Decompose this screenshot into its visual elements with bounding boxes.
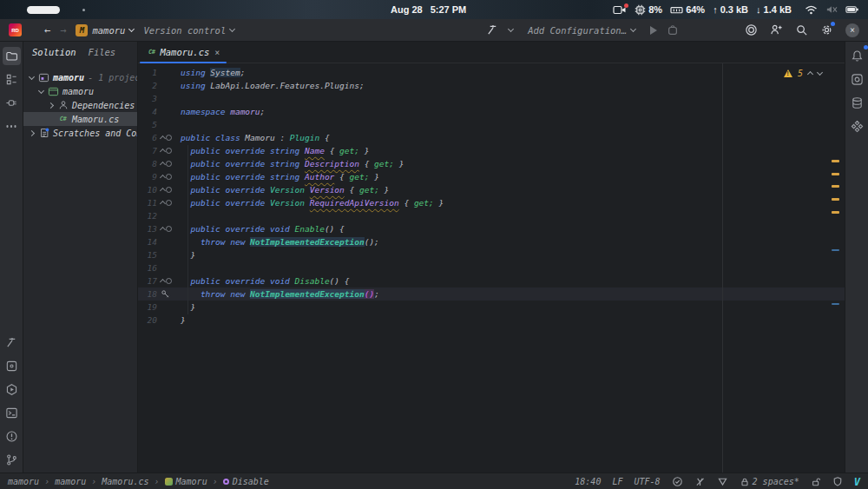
override-marker[interactable] (157, 157, 181, 170)
tab-files[interactable]: Files (89, 47, 116, 57)
plugin-v-icon[interactable]: V (854, 476, 860, 488)
gutter[interactable] (157, 261, 181, 274)
battery-icon[interactable] (845, 4, 859, 15)
memory-indicator[interactable]: 64% (670, 4, 705, 16)
highlighting-level-icon[interactable] (694, 476, 706, 487)
build-chevron-icon[interactable] (508, 26, 514, 32)
build-hammer-button[interactable] (486, 23, 499, 36)
main-menu-button[interactable] (31, 25, 35, 36)
shield-icon[interactable] (832, 476, 843, 487)
override-marker[interactable] (157, 274, 181, 287)
tree-collapsed-arrow-icon[interactable] (28, 131, 35, 135)
gutter[interactable] (157, 248, 181, 261)
override-marker[interactable] (157, 131, 181, 144)
inspections-widget[interactable]: 5 (784, 69, 822, 78)
network-upload[interactable]: ↑ 0.3 kB (713, 4, 748, 15)
gutter[interactable] (157, 301, 181, 314)
tree-expanded-arrow-icon[interactable] (28, 76, 35, 79)
settings-gear-button[interactable] (820, 23, 833, 36)
warning-stripe-mark[interactable] (832, 198, 839, 201)
back-button[interactable]: ← (44, 24, 50, 36)
solution-explorer-button[interactable] (3, 47, 21, 65)
run-configuration-selector[interactable]: Add Configuration… (528, 25, 635, 36)
code-line[interactable]: 20} (138, 314, 845, 327)
tree-expanded-arrow-icon[interactable] (37, 90, 44, 93)
code-line[interactable]: 18 throw new NotImplementedException(); (138, 287, 845, 301)
encoding-widget[interactable]: UTF-8 (634, 477, 660, 486)
override-marker[interactable] (157, 196, 181, 209)
code-line[interactable]: 8 public override string Description { g… (138, 157, 845, 170)
indent-widget[interactable]: 2 spaces* (740, 477, 799, 487)
services-run-button[interactable] (3, 380, 21, 399)
forward-button[interactable]: → (60, 24, 66, 36)
next-problem-button[interactable] (817, 69, 823, 76)
caret-position-widget[interactable]: 18:40 (575, 477, 601, 486)
wifi-icon[interactable] (805, 4, 818, 15)
code-line[interactable]: 14 throw new NotImplementedException(); (138, 235, 845, 248)
code-line[interactable]: 13 public override void Enable() { (138, 222, 845, 235)
code-line[interactable]: 6public class Mamoru : Plugin { (138, 131, 845, 144)
build-tool-button[interactable] (3, 334, 21, 352)
override-marker[interactable] (157, 222, 181, 235)
ai-chat-button[interactable] (848, 70, 866, 89)
project-widget[interactable]: M mamoru (76, 24, 134, 36)
code-line[interactable]: 1using System; (138, 66, 845, 79)
inspections-ok-icon[interactable] (672, 476, 683, 487)
database-button[interactable] (848, 94, 866, 112)
more-run-actions-button[interactable] (688, 25, 695, 36)
tree-item-dependencies[interactable]: Dependencies (23, 98, 137, 112)
gutter[interactable] (157, 92, 181, 105)
info-stripe-mark[interactable] (832, 249, 839, 251)
screen-record-icon[interactable] (613, 4, 627, 16)
problems-button[interactable] (3, 427, 21, 446)
terminal-button[interactable] (3, 404, 21, 422)
tree-collapsed-arrow-icon[interactable] (47, 103, 54, 108)
code-line[interactable]: 2using LabApi.Loader.Features.Plugins; (138, 79, 845, 92)
notifications-bell-button[interactable] (848, 47, 866, 65)
editor-tab-mamoru-cs[interactable]: C# Mamoru.cs × (138, 42, 228, 63)
override-marker[interactable] (157, 144, 181, 157)
code-line[interactable]: 3 (138, 92, 845, 105)
line-separator-widget[interactable]: LF (612, 477, 622, 486)
tree-item-mamoru[interactable]: mamoru - 1 project (23, 70, 137, 84)
tree-item-mamoru[interactable]: mamoru (23, 84, 137, 98)
code-line[interactable]: 9 public override string Author { get; } (138, 170, 845, 183)
warning-stripe-mark[interactable] (832, 173, 839, 175)
network-download[interactable]: ↓ 1.4 kB (756, 4, 792, 15)
tab-close-icon[interactable]: × (214, 48, 220, 57)
nuget-plug-button[interactable] (3, 94, 21, 112)
profiler-button[interactable] (667, 24, 679, 36)
code-line[interactable]: 15 } (138, 248, 845, 261)
speaker-muted-icon[interactable] (825, 4, 838, 15)
info-stripe-mark[interactable] (832, 303, 839, 305)
window-close-button[interactable]: × (845, 23, 859, 37)
gutter[interactable] (157, 235, 181, 248)
gutter[interactable] (157, 79, 181, 92)
tree-item-mamoru-cs[interactable]: C#Mamoru.cs (23, 112, 137, 126)
readonly-unlocked-icon[interactable] (811, 477, 821, 487)
search-everywhere-button[interactable] (795, 23, 808, 36)
rider-logo[interactable]: RD (9, 23, 22, 36)
unit-tests-button[interactable] (3, 357, 21, 375)
structure-button[interactable] (3, 70, 21, 89)
gutter[interactable] (157, 118, 181, 131)
vcs-widget[interactable]: Version control (143, 25, 234, 36)
version-control-branch-button[interactable] (3, 451, 21, 469)
ai-assistant-button[interactable] (745, 23, 758, 36)
key-marker[interactable] (157, 287, 181, 301)
code-line[interactable]: 16 (138, 261, 845, 274)
cpu-indicator[interactable]: 8% (635, 4, 662, 16)
gutter[interactable] (157, 209, 181, 222)
code-line[interactable]: 12 (138, 209, 845, 222)
code-line[interactable]: 4namespace mamoru; (138, 105, 845, 118)
warning-stripe-mark[interactable] (832, 160, 839, 162)
gutter[interactable] (157, 314, 181, 327)
code-line[interactable]: 11 public override Version RequiredApiVe… (138, 196, 845, 209)
warning-stripe-mark[interactable] (832, 185, 839, 188)
breadcrumb-item-disable[interactable]: Disable (223, 477, 269, 486)
code-line[interactable]: 10 public override Version Version { get… (138, 183, 845, 196)
override-marker[interactable] (157, 170, 181, 183)
breadcrumb-item-mamoru[interactable]: mamoru (8, 477, 39, 486)
warning-stripe-mark[interactable] (832, 211, 839, 214)
tab-solution[interactable]: Solution (32, 47, 76, 57)
